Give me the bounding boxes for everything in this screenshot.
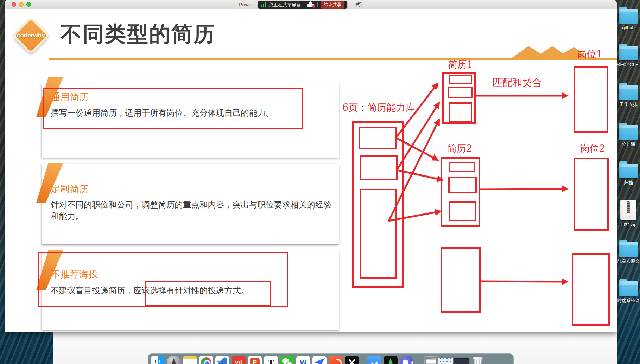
window-title-left: Power	[239, 2, 253, 7]
folder-icon	[619, 85, 638, 100]
resume1-slot-3	[449, 102, 472, 122]
resume1-label: 简历1	[448, 58, 473, 71]
folder-icon	[619, 9, 638, 24]
screen: githubRECYCLE.B工作安排公开课归档ZIP归档.zip前端八股文前端…	[0, 0, 640, 364]
job1-label: 岗位1	[577, 48, 602, 60]
dock-screen-recorder-icon[interactable]	[400, 356, 414, 364]
library-label: 6页：简历能力库	[342, 101, 415, 114]
dock-word-icon[interactable]: W	[296, 356, 310, 364]
desktop-icon-folder-2[interactable]: RECYCLE.B	[617, 46, 640, 68]
dock-photos-album-icon[interactable]	[367, 356, 381, 364]
resume3-box	[441, 247, 481, 313]
dock-separator	[363, 356, 363, 364]
resume2-slot-1	[449, 162, 475, 172]
annotation-box-card1	[43, 88, 303, 129]
folder-icon	[619, 281, 638, 296]
dock-typora-icon[interactable]: T	[264, 356, 278, 364]
dock-capcut-icon[interactable]	[345, 356, 359, 364]
signal-bars-icon	[261, 2, 266, 7]
job2-box	[574, 158, 609, 231]
library-slot-2	[360, 155, 398, 180]
dock-icon-glyph: P	[250, 358, 260, 364]
dock-trash-icon[interactable]	[471, 356, 485, 364]
divider	[317, 2, 318, 7]
dock-youdao-dict-icon[interactable]: yd	[232, 356, 246, 364]
folder-icon	[619, 242, 638, 257]
cloud-icon[interactable]	[307, 2, 315, 7]
dock-icon-glyph: W	[296, 356, 310, 364]
dock-minimized-window-dark-icon[interactable]	[455, 356, 469, 364]
folder-icon	[619, 46, 638, 60]
job3-box	[572, 253, 610, 326]
folder-icon	[619, 164, 638, 178]
desktop-icon-label: 前端八股文	[617, 258, 640, 264]
desktop-icon-folder-1[interactable]: github	[617, 9, 640, 31]
desktop-icon-label: RECYCLE.B	[617, 62, 640, 67]
window-title-right: 式]	[355, 2, 362, 8]
desktop-icon-label: 归档	[624, 180, 633, 186]
desktop-icon-label: 归档.zip	[620, 222, 636, 228]
dock-red-swirl-app-icon[interactable]	[329, 356, 343, 364]
desktop-icon-folder-5[interactable]: 归档	[617, 164, 640, 186]
dock-black-green-app-icon[interactable]	[384, 356, 398, 364]
folder-icon	[619, 125, 638, 140]
dock-icon-glyph: T	[264, 356, 278, 364]
screen-share-banner: 您正在共享屏幕 结束共享	[258, 1, 347, 9]
end-share-button[interactable]: 结束共享	[321, 1, 344, 9]
desktop-icon-folder-7[interactable]: 前端八股文	[617, 242, 640, 264]
dock-launchpad-icon[interactable]	[167, 356, 181, 364]
dock-separator	[418, 356, 418, 364]
minimize-button[interactable]	[19, 2, 24, 7]
resume2-slot-3	[449, 201, 476, 221]
desktop-icon-label: 公开课	[622, 141, 635, 147]
zip-badge: ZIP	[620, 215, 636, 219]
dock-chrome-icon[interactable]	[199, 356, 213, 364]
desktop-icon-label: github	[622, 25, 634, 30]
desktop-icon-label: 工作安排	[619, 101, 638, 108]
desktop-icon-label: 前端系统课	[617, 298, 640, 304]
annotation-box-card3-inner	[145, 281, 271, 306]
resume2-slot-2	[448, 177, 477, 193]
dock-minimized-window-light-icon[interactable]	[438, 356, 452, 364]
divider	[304, 2, 304, 7]
resume2-label: 简历2	[447, 142, 472, 155]
desktop-icon-zip-6[interactable]: ZIP归档.zip	[617, 200, 640, 228]
resume1-slot-2	[448, 87, 473, 98]
library-slot-1	[359, 127, 397, 149]
dock-finder-icon[interactable]	[151, 356, 165, 364]
dock-wechat-icon[interactable]	[280, 356, 294, 364]
record-dot-icon	[312, 5, 315, 8]
match-label: 匹配和契合	[493, 76, 542, 89]
dock-lark-icon[interactable]	[312, 356, 327, 364]
desktop-icon-folder-4[interactable]: 公开课	[617, 125, 640, 147]
fullscreen-button[interactable]	[26, 2, 31, 7]
traffic-lights	[12, 2, 31, 7]
share-status-text: 您正在共享屏幕	[269, 2, 301, 8]
dock: ydPTW	[148, 353, 514, 364]
resume1-slot-1	[449, 75, 472, 84]
dock-notes-icon[interactable]	[183, 356, 197, 364]
library-slot-3	[360, 189, 397, 279]
zip-file-icon: ZIP	[620, 200, 636, 220]
job2-label: 岗位2	[580, 142, 605, 155]
dock-vscode-icon[interactable]	[215, 356, 229, 364]
close-button[interactable]	[12, 2, 16, 7]
dock-powerpoint-icon[interactable]: P	[248, 356, 262, 364]
window-titlebar: Power 您正在共享屏幕 结束共享 式]	[5, 0, 617, 9]
desktop-icon-folder-3[interactable]: 工作安排	[617, 85, 640, 108]
desktop-icon-folder-8[interactable]: 前端系统课	[617, 281, 640, 304]
card-heading: 定制简历	[51, 183, 89, 196]
job1-box	[574, 66, 608, 133]
dock-icon-glyph: yd	[232, 356, 246, 364]
card-body: 针对不同的职位和公司，调整简历的重点和内容，突出与职位要求相关的经验和能力。	[51, 199, 332, 222]
slide-title: 不同类型的简历	[61, 19, 216, 49]
dock-textedit-icon[interactable]	[422, 356, 436, 364]
